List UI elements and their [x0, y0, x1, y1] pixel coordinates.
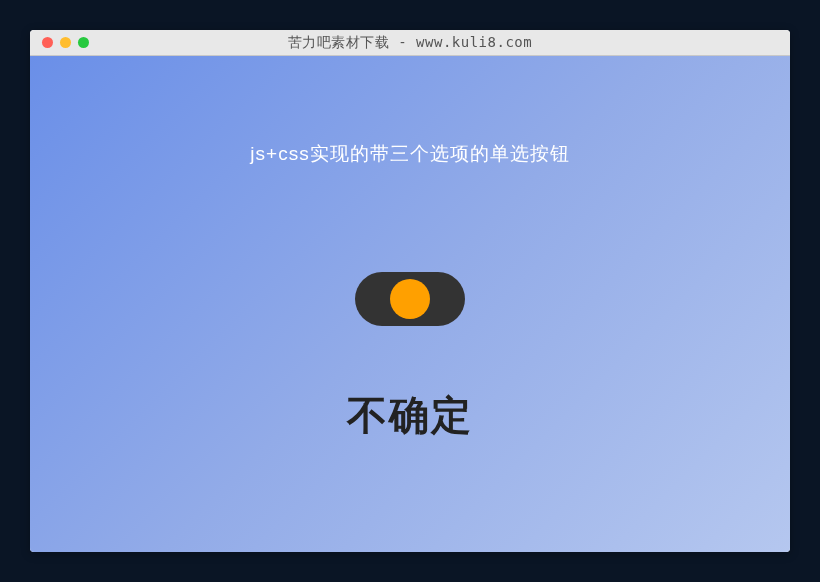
browser-window: 苦力吧素材下载 - www.kuli8.com js+css实现的带三个选项的单…	[30, 30, 790, 552]
toggle-knob-icon	[390, 279, 430, 319]
window-title: 苦力吧素材下载 - www.kuli8.com	[30, 34, 790, 52]
window-controls	[30, 37, 89, 48]
close-icon[interactable]	[42, 37, 53, 48]
status-label: 不确定	[347, 388, 473, 443]
three-state-toggle[interactable]	[355, 272, 465, 326]
page-content: js+css实现的带三个选项的单选按钮 不确定	[30, 56, 790, 552]
titlebar: 苦力吧素材下载 - www.kuli8.com	[30, 30, 790, 56]
maximize-icon[interactable]	[78, 37, 89, 48]
page-heading: js+css实现的带三个选项的单选按钮	[250, 141, 569, 167]
minimize-icon[interactable]	[60, 37, 71, 48]
toggle-container	[355, 272, 465, 326]
